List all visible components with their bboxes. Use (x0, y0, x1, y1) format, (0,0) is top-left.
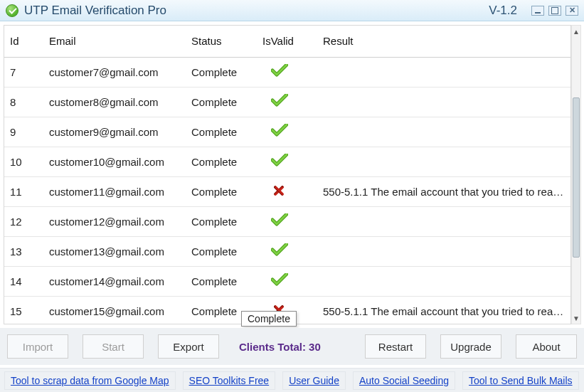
link-auto-seeding[interactable]: Auto Social Seeding (353, 371, 455, 390)
cell-id: 14 (4, 266, 43, 296)
col-id[interactable]: Id (4, 26, 43, 57)
table-row[interactable]: 13customer13@gmail.comComplete (4, 236, 570, 266)
checkmark-icon (271, 94, 287, 110)
cell-status: Complete (186, 147, 257, 176)
checkmark-icon (271, 243, 287, 259)
table-row[interactable]: 10customer10@gmail.comComplete (4, 147, 570, 176)
export-button[interactable]: Export (158, 334, 219, 359)
cell-isvalid (257, 57, 317, 87)
cell-isvalid (257, 236, 317, 266)
app-icon (6, 4, 18, 17)
cell-id: 7 (4, 57, 43, 87)
cell-email: customer14@gmail.com (43, 266, 186, 296)
cell-result: 550-5.1.1 The email account that you tri… (317, 296, 570, 324)
restart-button[interactable]: Restart (365, 334, 426, 359)
cell-email: customer13@gmail.com (43, 236, 186, 266)
cell-id: 11 (4, 176, 43, 206)
table-row[interactable]: 11customer11@gmail.comComplete550-5.1.1 … (4, 176, 570, 206)
cell-status: Complete (186, 176, 257, 206)
cell-id: 12 (4, 206, 43, 236)
table-row[interactable]: 12customer12@gmail.comComplete (4, 206, 570, 236)
table-row[interactable]: 7customer7@gmail.comComplete (4, 57, 570, 87)
cell-result (317, 206, 570, 236)
cell-email: customer8@gmail.com (43, 87, 186, 117)
cell-result (317, 236, 570, 266)
col-isvalid[interactable]: IsValid (257, 26, 317, 57)
import-button[interactable]: Import (7, 334, 68, 359)
table-header-row: Id Email Status IsValid Result (4, 26, 570, 57)
cell-isvalid (257, 117, 317, 147)
cell-result: 550-5.1.1 The email account that you tri… (317, 176, 570, 206)
cell-email: customer11@gmail.com (43, 176, 186, 206)
scrollbar-up-icon[interactable]: ▲ (572, 26, 580, 37)
upgrade-button[interactable]: Upgrade (440, 334, 501, 359)
status-tooltip: Complete (241, 311, 297, 327)
scrollbar-track[interactable] (572, 37, 580, 312)
col-status[interactable]: Status (186, 26, 257, 57)
cell-email: customer15@gmail.com (43, 296, 186, 324)
table-row[interactable]: 14customer14@gmail.comComplete (4, 266, 570, 296)
app-title: UTP Email Verification Pro (24, 4, 166, 18)
results-table: Id Email Status IsValid Result 7customer… (4, 25, 571, 324)
start-button[interactable]: Start (83, 334, 144, 359)
cross-icon (271, 184, 285, 198)
cell-id: 15 (4, 296, 43, 324)
cell-email: customer10@gmail.com (43, 147, 186, 176)
checkmark-icon (271, 213, 287, 229)
col-result[interactable]: Result (317, 26, 570, 57)
link-scrape-google-map[interactable]: Tool to scrap data from Google Map (4, 371, 176, 390)
link-bar: Tool to scrap data from Google Map SEO T… (0, 368, 584, 392)
col-email[interactable]: Email (43, 26, 186, 57)
cell-result (317, 117, 570, 147)
about-button[interactable]: About (516, 334, 577, 359)
checkmark-icon (271, 124, 287, 139)
app-version: V-1.2 (489, 4, 517, 18)
cell-id: 8 (4, 87, 43, 117)
link-user-guide[interactable]: User Guide (282, 371, 346, 390)
link-seo-toolkits[interactable]: SEO Toolkits Free (183, 371, 276, 390)
vertical-scrollbar[interactable]: ▲ ▼ (571, 25, 581, 324)
maximize-button[interactable] (548, 6, 561, 16)
checkmark-icon (271, 64, 287, 80)
cell-isvalid (257, 206, 317, 236)
cell-isvalid (257, 147, 317, 176)
checkmark-icon (271, 273, 287, 289)
cell-email: customer9@gmail.com (43, 117, 186, 147)
minimize-button[interactable] (531, 6, 544, 16)
cell-id: 10 (4, 147, 43, 176)
cell-status: Complete (186, 236, 257, 266)
titlebar: UTP Email Verification Pro V-1.2 ✕ (0, 0, 584, 21)
cell-result (317, 147, 570, 176)
cell-result (317, 266, 570, 296)
scrollbar-down-icon[interactable]: ▼ (572, 312, 580, 324)
cell-status: Complete (186, 87, 257, 117)
cell-result (317, 57, 570, 87)
clients-total-label: Clients Total: 30 (239, 341, 345, 353)
toolbar: Import Start Export Clients Total: 30 Re… (0, 328, 584, 365)
close-button[interactable]: ✕ (566, 6, 578, 16)
scrollbar-thumb[interactable] (573, 97, 580, 257)
cell-email: customer12@gmail.com (43, 206, 186, 236)
table-row[interactable]: 8customer8@gmail.comComplete (4, 87, 570, 117)
cell-status: Complete (186, 206, 257, 236)
cell-status: Complete (186, 57, 257, 87)
cell-email: customer7@gmail.com (43, 57, 186, 87)
link-bulk-mails[interactable]: Tool to Send Bulk Mails (462, 371, 579, 390)
cell-result (317, 87, 570, 117)
table-row[interactable]: 9customer9@gmail.comComplete (4, 117, 570, 147)
checkmark-icon (271, 154, 287, 169)
cell-isvalid (257, 266, 317, 296)
cell-id: 13 (4, 236, 43, 266)
cell-isvalid (257, 87, 317, 117)
cell-status: Complete (186, 117, 257, 147)
cell-isvalid (257, 176, 317, 206)
cell-status: Complete (186, 266, 257, 296)
cell-id: 9 (4, 117, 43, 147)
